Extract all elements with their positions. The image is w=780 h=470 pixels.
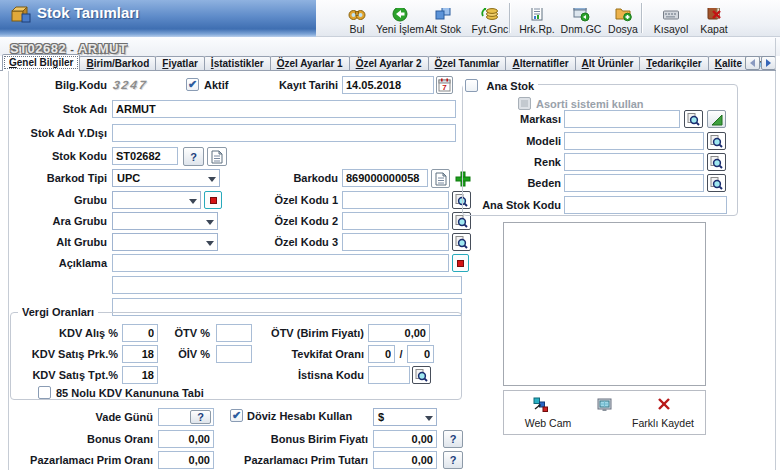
tab-scroll-left-button[interactable]	[745, 56, 760, 70]
kayit-tarihi-input[interactable]	[342, 76, 434, 94]
tab-genel-bilgiler[interactable]: Genel Bilgiler	[2, 54, 80, 71]
product-image-box[interactable]	[503, 222, 706, 386]
oiv-input[interactable]	[216, 345, 252, 363]
barkodu-label: Barkodu	[238, 172, 338, 184]
pazarlamaci-tutari-label: Pazarlamacı Prim Tutarı	[240, 454, 368, 466]
otv-input[interactable]	[216, 324, 252, 342]
pazarlamaci-tutari-input[interactable]	[373, 451, 437, 469]
dnm-gc-label: Dnm.GC	[561, 24, 602, 35]
beden-search-button[interactable]	[707, 174, 726, 192]
renk-search-button[interactable]	[707, 153, 726, 171]
kdv-satis-tpt-input[interactable]	[122, 366, 158, 384]
beden-input[interactable]	[564, 174, 704, 192]
grubu-stop-button[interactable]	[204, 191, 222, 209]
tab-strip: Genel Bilgiler Birim/Barkod Fiyatlar İst…	[2, 55, 769, 71]
kdv-satis-prk-input[interactable]	[122, 345, 158, 363]
question-mark: ?	[190, 151, 197, 163]
ara-grubu-select[interactable]	[112, 212, 218, 230]
kisayol-button[interactable]: Kısayol	[646, 0, 696, 37]
kdv85-checkbox[interactable]	[38, 386, 51, 399]
stok-adi-ydisi-input[interactable]	[112, 124, 456, 142]
markasi-input[interactable]	[564, 110, 680, 128]
red-square-icon	[457, 260, 464, 267]
vade-gunu-label: Vade Günü	[5, 411, 153, 423]
price-update-icon	[481, 8, 499, 23]
kdv-alis-input[interactable]	[122, 324, 158, 342]
alt-grubu-select[interactable]	[112, 233, 218, 251]
stok-kodu-label: Stok Kodu	[5, 150, 107, 162]
tab-ozel-tanimlar[interactable]: Özel Tanımlar	[428, 56, 507, 71]
tevkifat-label: Tevkifat Oranı	[250, 348, 364, 360]
otv-birim-input[interactable]	[368, 324, 430, 342]
page-title: Stok Tanımları	[37, 4, 139, 21]
hrk-rp-button[interactable]: Hrk.Rp.	[513, 0, 561, 37]
stok-kodu-doc-button[interactable]	[207, 147, 227, 166]
aktif-label: Aktif	[204, 79, 228, 91]
ozel-kodu-1-input[interactable]	[342, 191, 449, 209]
markasi-extra-button[interactable]	[707, 110, 726, 128]
period-transfer-icon	[572, 8, 590, 23]
tab-alt-urunler[interactable]: Alt Ürünler	[575, 56, 641, 71]
markasi-search-button[interactable]	[684, 110, 703, 128]
pazarlamaci-orani-label: Pazarlamacı Prim Oranı	[5, 454, 153, 466]
document-icon	[211, 150, 223, 164]
tevkifat-pay-input[interactable]	[368, 345, 395, 363]
tab-ozel-ayarlar-1[interactable]: Özel Ayarlar 1	[270, 56, 350, 71]
grubu-select[interactable]	[112, 191, 201, 209]
tevkifat-payda-input[interactable]	[407, 345, 434, 363]
oiv-label: ÖİV %	[160, 348, 210, 360]
stok-adi-input[interactable]	[112, 100, 456, 118]
stok-kodu-input[interactable]	[112, 147, 178, 165]
barkod-tipi-select[interactable]: UPC	[112, 169, 220, 187]
aktif-checkbox[interactable]: ✔	[186, 78, 199, 91]
modeli-search-button[interactable]	[707, 132, 726, 150]
dosya-button[interactable]: Dosya	[601, 0, 645, 37]
ana-stok-checkbox[interactable]	[465, 79, 478, 92]
monitor-button[interactable]	[596, 397, 613, 417]
tab-alternatifler[interactable]: Alternatifler	[505, 56, 575, 71]
bonus-orani-label: Bonus Oranı	[5, 433, 153, 445]
asorti-checkbox[interactable]	[518, 97, 531, 110]
ana-stok-kodu-input[interactable]	[564, 196, 727, 214]
webcam-button[interactable]	[532, 396, 549, 417]
webcam-label: Web Cam	[512, 417, 584, 429]
ozel-kodu-3-input[interactable]	[342, 233, 449, 251]
ozel-kodu-2-input[interactable]	[342, 212, 449, 230]
doviz-checkbox[interactable]: ✔	[230, 409, 243, 422]
tab-fiyatlar[interactable]: Fiyatlar	[155, 56, 205, 71]
alt-stok-button[interactable]: Alt Stok	[418, 0, 468, 37]
question-mark: ?	[450, 433, 457, 445]
barkodu-input[interactable]	[342, 169, 428, 187]
ozel-kodu-3-search-button[interactable]	[452, 233, 471, 251]
tab-tedarikciler[interactable]: Tedarikçiler	[639, 56, 708, 71]
aciklama-input-2[interactable]	[112, 276, 462, 294]
doviz-currency-select[interactable]: $	[373, 408, 437, 426]
kayit-tarihi-label: Kayıt Tarihi	[238, 79, 338, 91]
pazarlamaci-orani-input[interactable]	[158, 451, 214, 469]
vade-gunu-lookup-button[interactable]: ?	[190, 410, 211, 424]
renk-input[interactable]	[564, 153, 704, 171]
dnm-gc-button[interactable]: Dnm.GC	[556, 0, 606, 37]
bonus-birim-input[interactable]	[373, 430, 437, 448]
bonus-orani-input[interactable]	[158, 430, 214, 448]
kapat-button[interactable]: Kapat	[692, 0, 736, 37]
calendar-button[interactable]: 7	[436, 76, 453, 94]
pazarlamaci-tutari-lookup-button[interactable]: ?	[443, 451, 463, 469]
farkli-kaydet-button[interactable]	[656, 396, 672, 416]
bonus-birim-lookup-button[interactable]: ?	[443, 430, 463, 448]
tab-scroll-right-button[interactable]	[761, 56, 776, 70]
tab-ozel-ayarlar-2[interactable]: Özel Ayarlar 2	[349, 56, 429, 71]
movement-report-icon	[528, 8, 546, 23]
barkodu-doc-button[interactable]	[431, 169, 450, 188]
search-icon	[710, 156, 723, 169]
aciklama-stop-button[interactable]	[452, 254, 469, 272]
stok-kodu-lookup-button[interactable]: ?	[183, 147, 204, 166]
question-mark: ?	[450, 454, 457, 466]
fyt-gnc-button[interactable]: Fyt.Gnc	[466, 0, 514, 37]
modeli-input[interactable]	[564, 132, 704, 150]
tab-birim-barkod[interactable]: Birim/Barkod	[79, 56, 156, 71]
istisna-kodu-search-button[interactable]	[412, 366, 431, 384]
tab-istatistikler[interactable]: İstatistikler	[204, 56, 271, 71]
istisna-kodu-input[interactable]	[368, 366, 410, 384]
aciklama-input-1[interactable]	[112, 254, 449, 272]
